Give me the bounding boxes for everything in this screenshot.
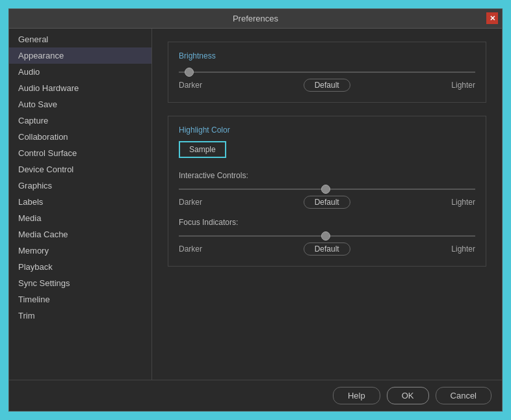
sidebar-item-graphics[interactable]: Graphics (9, 177, 151, 194)
brightness-default-button[interactable]: Default (304, 79, 350, 92)
highlight-sample-button[interactable]: Sample (179, 141, 226, 158)
interactive-controls-lighter-label: Lighter (451, 198, 475, 207)
sidebar-item-labels[interactable]: Labels (9, 194, 151, 210)
interactive-controls-default-button[interactable]: Default (304, 196, 350, 209)
preferences-window: Preferences ✕ GeneralAppearanceAudioAudi… (8, 8, 503, 412)
focus-indicators-darker-label: Darker (179, 244, 202, 254)
sidebar-item-general[interactable]: General (9, 31, 151, 47)
highlight-color-label: Highlight Color (179, 125, 475, 135)
interactive-controls-slider-line (179, 189, 475, 190)
sidebar: GeneralAppearanceAudioAudio HardwareAuto… (9, 29, 152, 380)
sidebar-item-timeline[interactable]: Timeline (9, 291, 151, 308)
sidebar-item-sync-settings[interactable]: Sync Settings (9, 275, 151, 291)
brightness-slider-line (179, 72, 475, 73)
sidebar-item-media-cache[interactable]: Media Cache (9, 226, 151, 243)
cancel-button[interactable]: Cancel (436, 387, 491, 404)
brightness-slider-thumb[interactable] (185, 68, 194, 77)
interactive-controls-group: Interactive Controls: Darker Default Lig… (179, 171, 475, 209)
focus-indicators-group: Focus Indicators: Darker Default Lighter (179, 218, 475, 256)
sidebar-item-audio-hardware[interactable]: Audio Hardware (9, 80, 151, 96)
brightness-section: Brightness Darker Default Lighter (168, 42, 486, 103)
sidebar-item-media[interactable]: Media (9, 210, 151, 226)
focus-indicators-label: Focus Indicators: (179, 218, 475, 227)
sidebar-item-device-control[interactable]: Device Control (9, 161, 151, 177)
sidebar-item-audio[interactable]: Audio (9, 64, 151, 80)
close-button[interactable]: ✕ (486, 12, 498, 24)
sidebar-item-trim[interactable]: Trim (9, 308, 151, 324)
focus-indicators-lighter-label: Lighter (451, 244, 475, 254)
sidebar-item-capture[interactable]: Capture (9, 112, 151, 129)
bottom-bar: Help OK Cancel (9, 380, 502, 411)
titlebar: Preferences ✕ (9, 9, 502, 29)
focus-indicators-slider-line (179, 235, 475, 237)
interactive-controls-label: Interactive Controls: (179, 171, 475, 180)
focus-indicators-slider-labels: Darker Default Lighter (179, 243, 475, 256)
interactive-controls-slider-thumb[interactable] (321, 185, 330, 194)
brightness-slider-labels: Darker Default Lighter (179, 79, 475, 92)
interactive-controls-darker-label: Darker (179, 198, 202, 207)
brightness-lighter-label: Lighter (451, 81, 475, 90)
main-panel: Brightness Darker Default Lighter Highli… (152, 29, 502, 380)
sidebar-item-appearance[interactable]: Appearance (9, 47, 151, 64)
help-button[interactable]: Help (333, 387, 380, 404)
interactive-controls-slider-labels: Darker Default Lighter (179, 196, 475, 209)
focus-indicators-slider-track[interactable] (179, 231, 475, 241)
sidebar-item-auto-save[interactable]: Auto Save (9, 96, 151, 112)
sidebar-item-collaboration[interactable]: Collaboration (9, 129, 151, 145)
content-area: GeneralAppearanceAudioAudio HardwareAuto… (9, 29, 502, 380)
brightness-slider-track[interactable] (179, 67, 475, 77)
window-title: Preferences (233, 14, 278, 23)
brightness-darker-label: Darker (179, 81, 202, 90)
focus-indicators-slider-thumb[interactable] (321, 231, 330, 241)
brightness-label: Brightness (179, 51, 475, 60)
sidebar-item-memory[interactable]: Memory (9, 243, 151, 259)
focus-indicators-default-button[interactable]: Default (304, 243, 350, 256)
interactive-controls-slider-track[interactable] (179, 184, 475, 194)
ok-button[interactable]: OK (387, 387, 429, 404)
highlight-color-section: Highlight Color Sample Interactive Contr… (168, 116, 486, 267)
sidebar-item-playback[interactable]: Playback (9, 259, 151, 275)
sidebar-item-control-surface[interactable]: Control Surface (9, 145, 151, 161)
